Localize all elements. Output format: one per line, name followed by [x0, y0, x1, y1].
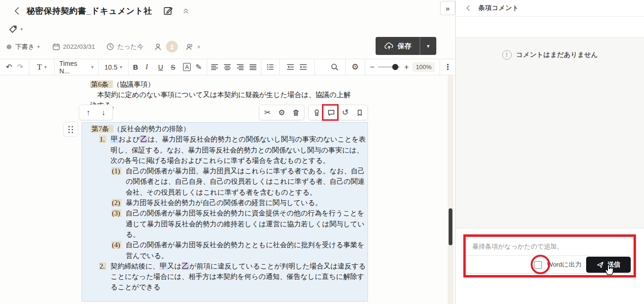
clause7-item2: 2. 契約締結後に、甲又は乙が前項に違反していることが判明した場合又は違反するこ…	[99, 261, 368, 293]
align-left-button[interactable]	[211, 63, 219, 71]
bold-button[interactable]: B	[133, 63, 141, 71]
clause-comments-panel: 条項コメント ! コメントはまだありません 暴排条項がなっかたので追加。 Wor…	[455, 0, 644, 304]
italic-button[interactable]: I	[146, 63, 153, 71]
comment-footer: Wordに出力 送信	[466, 256, 635, 274]
caret-down-icon: ▾	[120, 64, 122, 70]
meta-row: 下書き ▾ 2022/03/31 たった今 ∨	[7, 41, 201, 53]
status-dot-icon	[7, 45, 11, 49]
clause7-sub4: (4) 自己の関係者が暴力団等反社会的勢力とともに社会的に批判を受ける事業を営ん…	[111, 240, 368, 261]
send-button[interactable]: 送信	[586, 257, 631, 273]
font-family-select[interactable]: Times N... ▾	[59, 60, 93, 75]
caret-down-icon: ▾	[91, 64, 93, 70]
clause7-number: 第7条	[91, 125, 113, 133]
status-label[interactable]: 下書き	[15, 43, 35, 51]
history-icon[interactable]: ↺	[339, 107, 351, 119]
editor-scrollbar-track[interactable]	[448, 76, 453, 304]
avatar[interactable]	[166, 41, 178, 53]
editor-scrollbar-thumb[interactable]	[449, 208, 452, 245]
clause7-sub1: (1) 自己の関係者が暴力団、暴力団員又はこれらに準ずる者である。なお、自己の関…	[111, 166, 368, 197]
comment-compose-card: 暴排条項がなっかたので追加。 Wordに出力 送信	[465, 237, 635, 274]
move-up-icon[interactable]: ↑	[82, 107, 94, 119]
outdent-button[interactable]	[286, 63, 294, 71]
search-icon[interactable]	[331, 63, 339, 71]
info-exclamation-icon: !	[502, 50, 512, 60]
redo-button[interactable]: ↷	[17, 63, 23, 71]
clock-icon	[106, 43, 114, 51]
zoom-in-button[interactable]: +	[404, 63, 408, 71]
empty-comments-message: ! コメントはまだありません	[456, 50, 644, 60]
indent-button[interactable]	[299, 63, 307, 71]
stamp-medal-icon[interactable]	[311, 107, 323, 119]
move-down-icon[interactable]: ↓	[97, 107, 110, 119]
font-size-select[interactable]: 10.5 ▾	[104, 63, 122, 71]
chevron-down-icon: ∨	[197, 44, 200, 49]
zoom-slider[interactable]	[378, 66, 400, 68]
document-title: 秘密保持契約書_ドキュメント社	[27, 5, 152, 17]
more-options-kebab-icon[interactable]: ⋮	[444, 63, 451, 71]
save-split-button: 保存 ▾	[376, 37, 436, 55]
word-export-label: Wordに出力	[547, 260, 581, 269]
editor-region: 秘密保持契約書_ドキュメント社 ▾ 下書き ▾ 2022/03/31 たった今	[0, 0, 455, 304]
clause7-sub2: (2) 暴力団等反社会的勢力が自己の関係者の経営に関与している。	[111, 197, 368, 208]
clause7-heading: 第7条（反社会的勢力の排除）	[91, 124, 368, 134]
cut-scissors-icon[interactable]: ✂	[261, 107, 274, 119]
clause7-selected-block[interactable]: 第7条（反社会的勢力の排除） 1. 甲および乙は、暴力団等反社会的勢力との関係な…	[82, 122, 368, 302]
bookmark-icon[interactable]	[353, 107, 366, 119]
word-export-checkbox[interactable]	[534, 261, 542, 269]
owner-icon	[154, 43, 162, 51]
tag-icon	[9, 25, 18, 34]
zoom-slider-thumb[interactable]	[392, 64, 398, 70]
clause7-item1: 1. 甲および乙は、暴力団等反社会的勢力との関係ないし関与の事実のないことを表明…	[99, 134, 368, 166]
block-move-toolbar: ↑ ↓	[79, 105, 113, 120]
panel-header: 条項コメント	[456, 0, 644, 17]
paper-plane-icon	[597, 261, 604, 268]
delete-trash-icon[interactable]	[290, 107, 302, 119]
font-color-button[interactable]: A	[183, 63, 191, 71]
format-toolbar: ↶ ↷ T ▾ Times N... ▾ 10.5 ▾ B I U S	[0, 59, 455, 75]
rename-icon[interactable]	[163, 6, 173, 16]
save-button[interactable]: 保存	[376, 37, 420, 55]
panel-back-icon[interactable]	[465, 5, 471, 11]
tag-selector[interactable]: ▾	[9, 25, 23, 34]
block-settings-gear-icon[interactable]: ⚙	[276, 107, 288, 119]
align-right-button[interactable]	[236, 63, 244, 71]
align-center-button[interactable]	[223, 63, 231, 71]
comments-empty-area: ! コメントはまだありません	[456, 37, 644, 228]
strikethrough-button[interactable]: S	[171, 63, 178, 71]
highlighter-icon[interactable]: ✎	[195, 63, 202, 71]
align-justify-button[interactable]	[249, 63, 257, 71]
comment-input[interactable]: 暴排条項がなっかたので追加。	[466, 237, 635, 256]
block-annotation-toolbar: ↺	[308, 105, 368, 120]
text-style-button[interactable]: T ▾	[37, 63, 46, 72]
settings-gear-icon[interactable]: ⚙	[351, 63, 359, 71]
bullet-list-button[interactable]	[267, 63, 274, 71]
members-selector[interactable]: ∨	[185, 43, 200, 51]
zoom-level-badge: 100%	[413, 62, 435, 72]
caret-down-icon: ▾	[20, 27, 23, 32]
caret-down-icon: ▾	[44, 64, 46, 70]
zoom-out-button[interactable]: −	[370, 63, 374, 71]
people-icon	[185, 43, 194, 51]
block-edit-toolbar: ✂ ⚙	[259, 105, 304, 120]
status-caret-icon[interactable]: ▾	[37, 44, 40, 49]
clause6-number: 第6条	[90, 80, 113, 88]
panel-expand-button[interactable]: »	[440, 1, 455, 15]
calendar-icon	[52, 43, 60, 51]
collapse-header-icon[interactable]	[182, 7, 190, 15]
comment-bubble-icon[interactable]	[325, 107, 337, 119]
block-drag-handle[interactable]	[63, 122, 78, 137]
undo-button[interactable]: ↶	[6, 63, 12, 71]
underline-button[interactable]: U	[158, 63, 166, 71]
save-options-button[interactable]: ▾	[420, 43, 436, 49]
contract-date[interactable]: 2022/03/31	[52, 43, 95, 51]
clause6-heading: 第6条（協議事項）	[90, 79, 155, 89]
last-updated: たった今	[106, 43, 143, 51]
cloud-upload-icon	[384, 42, 394, 50]
clause7-sub3: (3) 自己の関係者が暴力団等反社会的勢力に資金提供その他の行為を行うことを通じ…	[111, 208, 368, 240]
back-button[interactable]	[13, 6, 21, 16]
panel-title: 条項コメント	[478, 4, 519, 12]
